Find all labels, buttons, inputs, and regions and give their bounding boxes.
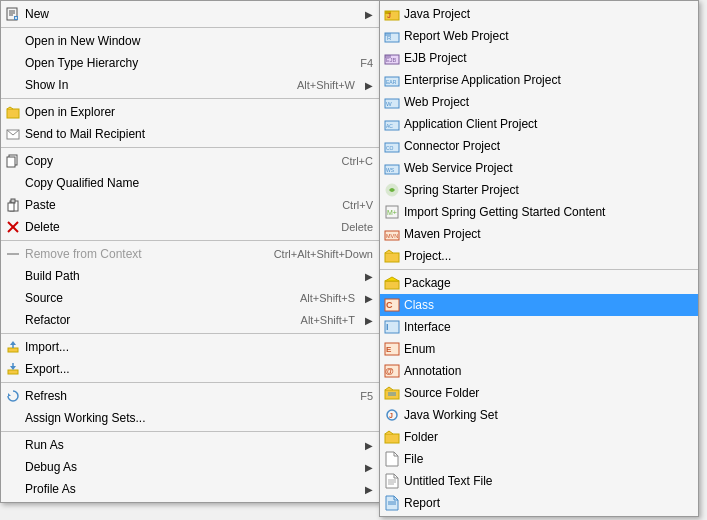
maven-icon: MVN xyxy=(384,226,400,242)
svg-rect-49 xyxy=(385,281,399,289)
submenu-file[interactable]: File xyxy=(380,448,698,470)
menu-item-build-path[interactable]: Build Path ▶ xyxy=(1,265,379,287)
web-project-label: Web Project xyxy=(404,95,469,109)
submenu-class[interactable]: C Class xyxy=(380,294,698,316)
menu-item-new[interactable]: New ▶ xyxy=(1,3,379,25)
svg-text:W: W xyxy=(386,101,392,107)
interface-icon: I xyxy=(384,319,400,335)
debug-as-label: Debug As xyxy=(25,460,355,474)
menu-item-refresh[interactable]: Refresh F5 xyxy=(1,385,379,407)
menu-item-assign-sets[interactable]: Assign Working Sets... xyxy=(1,407,379,429)
ejb-project-label: EJB Project xyxy=(404,51,467,65)
submenu-web-project[interactable]: W Web Project xyxy=(380,91,698,113)
submenu-import-spring[interactable]: M+ Import Spring Getting Started Content xyxy=(380,201,698,223)
submenu-spring-starter[interactable]: Spring Starter Project xyxy=(380,179,698,201)
import-label: Import... xyxy=(25,340,373,354)
svg-text:E: E xyxy=(386,345,392,354)
submenu-interface[interactable]: I Interface xyxy=(380,316,698,338)
svg-rect-10 xyxy=(7,157,15,167)
menu-item-delete[interactable]: Delete Delete xyxy=(1,216,379,238)
svg-text:M+: M+ xyxy=(387,209,397,216)
open-explorer-label: Open in Explorer xyxy=(25,105,373,119)
submenu-enum[interactable]: E Enum xyxy=(380,338,698,360)
explorer-icon xyxy=(5,104,21,120)
menu-item-open-explorer[interactable]: Open in Explorer xyxy=(1,101,379,123)
submenu-annotation[interactable]: @ Annotation xyxy=(380,360,698,382)
submenu-enterprise-app[interactable]: EAR Enterprise Application Project xyxy=(380,69,698,91)
web-project-icon: W xyxy=(384,94,400,110)
submenu-java-working-set[interactable]: J Java Working Set xyxy=(380,404,698,426)
menu-item-open-new-window[interactable]: Open in New Window xyxy=(1,30,379,52)
submenu-project[interactable]: Project... xyxy=(380,245,698,267)
menu-item-export[interactable]: Export... xyxy=(1,358,379,380)
spring-starter-icon xyxy=(384,182,400,198)
submenu-folder[interactable]: Folder xyxy=(380,426,698,448)
refactor-label: Refactor xyxy=(25,313,281,327)
enterprise-app-label: Enterprise Application Project xyxy=(404,73,561,87)
submenu-report-web-project[interactable]: R Report Web Project xyxy=(380,25,698,47)
submenu-java-project[interactable]: J Java Project xyxy=(380,3,698,25)
copy-label: Copy xyxy=(25,154,322,168)
source-label: Source xyxy=(25,291,280,305)
menu-item-import[interactable]: Import... xyxy=(1,336,379,358)
profile-as-label: Profile As xyxy=(25,482,355,496)
separator-5 xyxy=(1,333,379,334)
ejb-project-icon: EJB xyxy=(384,50,400,66)
app-client-label: Application Client Project xyxy=(404,117,537,131)
menu-item-copy[interactable]: Copy Ctrl+C xyxy=(1,150,379,172)
java-working-set-icon: J xyxy=(384,407,400,423)
menu-item-source[interactable]: Source Alt+Shift+S ▶ xyxy=(1,287,379,309)
menu-item-open-type-hierarchy[interactable]: Open Type Hierarchy F4 xyxy=(1,52,379,74)
spring-starter-label: Spring Starter Project xyxy=(404,183,519,197)
file-label: File xyxy=(404,452,423,466)
svg-rect-64 xyxy=(385,434,399,443)
report-icon xyxy=(384,495,400,511)
menu-item-debug-as[interactable]: Debug As ▶ xyxy=(1,456,379,478)
copy-qualified-label: Copy Qualified Name xyxy=(25,176,373,190)
submenu-report[interactable]: Report xyxy=(380,492,698,514)
delete-label: Delete xyxy=(25,220,321,234)
menu-item-run-as[interactable]: Run As ▶ xyxy=(1,434,379,456)
submenu-package[interactable]: Package xyxy=(380,272,698,294)
menu-item-profile-as[interactable]: Profile As ▶ xyxy=(1,478,379,500)
enum-icon: E xyxy=(384,341,400,357)
menu-item-send-mail[interactable]: Send to Mail Recipient xyxy=(1,123,379,145)
menu-item-new-label: New xyxy=(25,7,355,21)
svg-text:WS: WS xyxy=(386,167,395,173)
remove-context-icon xyxy=(5,246,21,262)
report-web-project-icon: R xyxy=(384,28,400,44)
svg-text:EJB: EJB xyxy=(386,57,396,63)
svg-text:EAR: EAR xyxy=(386,79,397,85)
build-path-label: Build Path xyxy=(25,269,355,283)
connector-label: Connector Project xyxy=(404,139,500,153)
run-as-label: Run As xyxy=(25,438,355,452)
copy-shortcut: Ctrl+C xyxy=(342,155,373,167)
untitled-text-icon xyxy=(384,473,400,489)
source-folder-label: Source Folder xyxy=(404,386,479,400)
mail-icon xyxy=(5,126,21,142)
folder-icon xyxy=(384,429,400,445)
import-spring-label: Import Spring Getting Started Content xyxy=(404,205,605,219)
svg-text:@: @ xyxy=(385,366,394,376)
svg-text:C: C xyxy=(386,300,393,310)
refactor-arrow: ▶ xyxy=(365,315,373,326)
enum-label: Enum xyxy=(404,342,435,356)
submenu-untitled-text[interactable]: Untitled Text File xyxy=(380,470,698,492)
source-arrow: ▶ xyxy=(365,293,373,304)
svg-text:MVN: MVN xyxy=(386,233,398,239)
svg-rect-48 xyxy=(385,253,399,262)
svg-text:AC: AC xyxy=(386,123,393,129)
menu-item-refactor[interactable]: Refactor Alt+Shift+T ▶ xyxy=(1,309,379,331)
menu-item-show-in[interactable]: Show In Alt+Shift+W ▶ xyxy=(1,74,379,96)
context-menu: New ▶ Open in New Window Open Type Hiera… xyxy=(0,0,380,503)
submenu-web-service[interactable]: WS Web Service Project xyxy=(380,157,698,179)
submenu-source-folder[interactable]: Source Folder xyxy=(380,382,698,404)
menu-item-paste[interactable]: Paste Ctrl+V xyxy=(1,194,379,216)
submenu-connector[interactable]: CO Connector Project xyxy=(380,135,698,157)
menu-item-copy-qualified[interactable]: Copy Qualified Name xyxy=(1,172,379,194)
submenu-ejb-project[interactable]: EJB EJB Project xyxy=(380,47,698,69)
submenu-maven[interactable]: MVN Maven Project xyxy=(380,223,698,245)
refactor-shortcut: Alt+Shift+T xyxy=(301,314,355,326)
submenu-app-client[interactable]: AC Application Client Project xyxy=(380,113,698,135)
java-project-icon: J xyxy=(384,6,400,22)
